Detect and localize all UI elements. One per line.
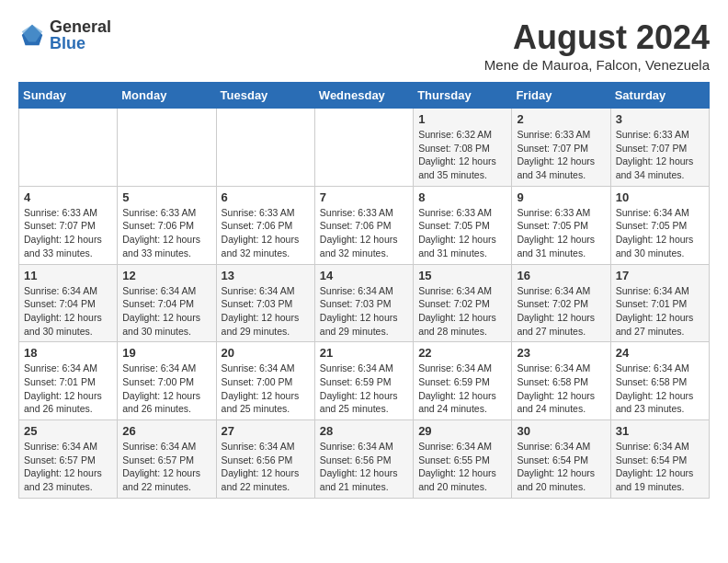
weekday-header-row: SundayMondayTuesdayWednesdayThursdayFrid…	[19, 83, 710, 109]
weekday-header-monday: Monday	[118, 83, 216, 109]
calendar-cell: 20Sunrise: 6:34 AM Sunset: 7:00 PM Dayli…	[216, 342, 314, 420]
day-number: 3	[616, 112, 704, 126]
day-info: Sunrise: 6:33 AM Sunset: 7:07 PM Dayligh…	[24, 206, 112, 260]
location-label: Mene de Mauroa, Falcon, Venezuela	[484, 57, 710, 73]
day-info: Sunrise: 6:34 AM Sunset: 7:01 PM Dayligh…	[24, 362, 112, 416]
calendar-cell: 8Sunrise: 6:33 AM Sunset: 7:05 PM Daylig…	[414, 186, 512, 264]
logo-blue: Blue	[50, 35, 111, 52]
day-number: 18	[24, 346, 112, 360]
calendar-cell: 2Sunrise: 6:33 AM Sunset: 7:07 PM Daylig…	[512, 109, 610, 187]
day-info: Sunrise: 6:34 AM Sunset: 6:58 PM Dayligh…	[517, 362, 605, 416]
weekday-header-sunday: Sunday	[19, 83, 118, 109]
day-number: 13	[222, 269, 310, 282]
day-number: 30	[517, 424, 605, 438]
day-number: 23	[517, 346, 605, 360]
day-number: 10	[616, 190, 704, 204]
calendar-cell	[19, 109, 118, 187]
calendar-cell: 17Sunrise: 6:34 AM Sunset: 7:01 PM Dayli…	[610, 264, 709, 342]
calendar-cell: 11Sunrise: 6:34 AM Sunset: 7:04 PM Dayli…	[19, 264, 118, 342]
day-number: 6	[222, 190, 310, 204]
day-info: Sunrise: 6:32 AM Sunset: 7:08 PM Dayligh…	[418, 128, 506, 182]
calendar-cell: 24Sunrise: 6:34 AM Sunset: 6:58 PM Dayli…	[610, 342, 709, 420]
day-info: Sunrise: 6:34 AM Sunset: 7:03 PM Dayligh…	[222, 284, 310, 339]
day-info: Sunrise: 6:34 AM Sunset: 6:54 PM Dayligh…	[517, 440, 605, 494]
calendar-cell: 5Sunrise: 6:33 AM Sunset: 7:06 PM Daylig…	[118, 186, 216, 264]
day-number: 4	[24, 190, 112, 204]
calendar-week-row: 11Sunrise: 6:34 AM Sunset: 7:04 PM Dayli…	[19, 264, 710, 342]
page-header: General Blue August 2024 Mene de Mauroa,…	[18, 18, 710, 73]
day-info: Sunrise: 6:34 AM Sunset: 6:55 PM Dayligh…	[418, 440, 506, 494]
day-info: Sunrise: 6:34 AM Sunset: 7:00 PM Dayligh…	[122, 362, 210, 416]
weekday-header-tuesday: Tuesday	[216, 83, 314, 109]
day-info: Sunrise: 6:34 AM Sunset: 6:54 PM Dayligh…	[616, 440, 704, 494]
weekday-header-thursday: Thursday	[414, 83, 512, 109]
calendar-cell: 22Sunrise: 6:34 AM Sunset: 6:59 PM Dayli…	[414, 342, 512, 420]
day-number: 5	[122, 190, 210, 204]
day-number: 27	[222, 424, 310, 438]
day-info: Sunrise: 6:33 AM Sunset: 7:06 PM Dayligh…	[320, 206, 408, 260]
day-info: Sunrise: 6:33 AM Sunset: 7:06 PM Dayligh…	[122, 206, 210, 260]
calendar-cell: 23Sunrise: 6:34 AM Sunset: 6:58 PM Dayli…	[512, 342, 610, 420]
day-number: 9	[517, 190, 605, 204]
calendar-cell: 27Sunrise: 6:34 AM Sunset: 6:56 PM Dayli…	[216, 420, 314, 499]
day-number: 15	[418, 269, 506, 282]
calendar-cell: 3Sunrise: 6:33 AM Sunset: 7:07 PM Daylig…	[610, 109, 709, 187]
calendar-cell	[118, 109, 216, 187]
day-number: 26	[122, 424, 210, 438]
calendar-cell: 25Sunrise: 6:34 AM Sunset: 6:57 PM Dayli…	[19, 420, 118, 499]
day-number: 25	[24, 424, 112, 438]
day-number: 16	[517, 269, 605, 282]
calendar-cell: 14Sunrise: 6:34 AM Sunset: 7:03 PM Dayli…	[314, 264, 413, 342]
calendar-week-row: 18Sunrise: 6:34 AM Sunset: 7:01 PM Dayli…	[19, 342, 710, 420]
day-info: Sunrise: 6:33 AM Sunset: 7:06 PM Dayligh…	[222, 206, 310, 260]
day-number: 17	[616, 269, 704, 282]
calendar-cell: 18Sunrise: 6:34 AM Sunset: 7:01 PM Dayli…	[19, 342, 118, 420]
weekday-header-friday: Friday	[512, 83, 610, 109]
day-number: 1	[418, 112, 506, 126]
calendar-week-row: 4Sunrise: 6:33 AM Sunset: 7:07 PM Daylig…	[19, 186, 710, 264]
logo-text: General Blue	[50, 18, 111, 52]
day-info: Sunrise: 6:34 AM Sunset: 7:04 PM Dayligh…	[24, 284, 112, 339]
calendar-cell	[314, 109, 413, 187]
day-number: 19	[122, 346, 210, 360]
day-number: 20	[222, 346, 310, 360]
calendar-cell: 6Sunrise: 6:33 AM Sunset: 7:06 PM Daylig…	[216, 186, 314, 264]
calendar-week-row: 1Sunrise: 6:32 AM Sunset: 7:08 PM Daylig…	[19, 109, 710, 187]
calendar-cell: 30Sunrise: 6:34 AM Sunset: 6:54 PM Dayli…	[512, 420, 610, 499]
day-info: Sunrise: 6:34 AM Sunset: 7:00 PM Dayligh…	[222, 362, 310, 416]
calendar-cell: 19Sunrise: 6:34 AM Sunset: 7:00 PM Dayli…	[118, 342, 216, 420]
calendar-cell: 28Sunrise: 6:34 AM Sunset: 6:56 PM Dayli…	[314, 420, 413, 499]
logo: General Blue	[18, 18, 111, 52]
calendar-cell: 12Sunrise: 6:34 AM Sunset: 7:04 PM Dayli…	[118, 264, 216, 342]
day-number: 2	[517, 112, 605, 126]
day-info: Sunrise: 6:34 AM Sunset: 7:02 PM Dayligh…	[517, 284, 605, 339]
calendar-cell	[216, 109, 314, 187]
weekday-header-saturday: Saturday	[610, 83, 709, 109]
day-info: Sunrise: 6:34 AM Sunset: 6:59 PM Dayligh…	[320, 362, 408, 416]
calendar-cell: 21Sunrise: 6:34 AM Sunset: 6:59 PM Dayli…	[314, 342, 413, 420]
day-info: Sunrise: 6:34 AM Sunset: 7:02 PM Dayligh…	[418, 284, 506, 339]
day-number: 11	[24, 269, 112, 282]
calendar-cell: 16Sunrise: 6:34 AM Sunset: 7:02 PM Dayli…	[512, 264, 610, 342]
day-number: 12	[122, 269, 210, 282]
day-number: 28	[320, 424, 408, 438]
calendar-cell: 31Sunrise: 6:34 AM Sunset: 6:54 PM Dayli…	[610, 420, 709, 499]
logo-icon	[18, 21, 46, 49]
calendar-cell: 13Sunrise: 6:34 AM Sunset: 7:03 PM Dayli…	[216, 264, 314, 342]
day-number: 31	[616, 424, 704, 438]
day-info: Sunrise: 6:33 AM Sunset: 7:05 PM Dayligh…	[517, 206, 605, 260]
day-info: Sunrise: 6:34 AM Sunset: 6:58 PM Dayligh…	[616, 362, 704, 416]
logo-general: General	[50, 18, 111, 35]
calendar-cell: 1Sunrise: 6:32 AM Sunset: 7:08 PM Daylig…	[414, 109, 512, 187]
day-info: Sunrise: 6:33 AM Sunset: 7:07 PM Dayligh…	[616, 128, 704, 182]
calendar-cell: 10Sunrise: 6:34 AM Sunset: 7:05 PM Dayli…	[610, 186, 709, 264]
day-info: Sunrise: 6:34 AM Sunset: 7:05 PM Dayligh…	[616, 206, 704, 260]
day-info: Sunrise: 6:34 AM Sunset: 7:04 PM Dayligh…	[122, 284, 210, 339]
weekday-header-wednesday: Wednesday	[314, 83, 413, 109]
day-info: Sunrise: 6:34 AM Sunset: 6:56 PM Dayligh…	[222, 440, 310, 494]
calendar-cell: 26Sunrise: 6:34 AM Sunset: 6:57 PM Dayli…	[118, 420, 216, 499]
day-number: 22	[418, 346, 506, 360]
calendar-week-row: 25Sunrise: 6:34 AM Sunset: 6:57 PM Dayli…	[19, 420, 710, 499]
calendar-table: SundayMondayTuesdayWednesdayThursdayFrid…	[18, 82, 710, 499]
title-section: August 2024 Mene de Mauroa, Falcon, Vene…	[484, 18, 710, 73]
